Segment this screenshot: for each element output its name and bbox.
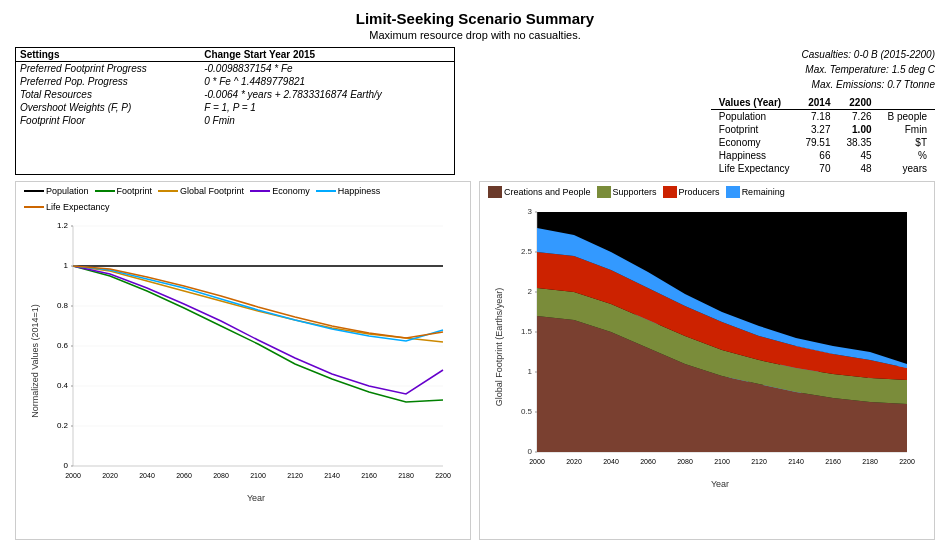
right-chart: Creations and People Supporters Producer… [479,181,935,540]
svg-text:0.6: 0.6 [57,341,69,350]
settings-row-3: Overshoot Weights (F, P) F = 1, P = 1 [16,101,454,114]
svg-text:2100: 2100 [714,458,730,465]
settings-row-0-col1: Preferred Footprint Progress [16,62,200,76]
legend-producers-color [663,186,677,198]
svg-text:2200: 2200 [899,458,915,465]
settings-row-4-col1: Footprint Floor [16,114,200,127]
legend-remaining-color [726,186,740,198]
svg-text:2000: 2000 [529,458,545,465]
legend-life-expectancy-label: Life Expectancy [46,202,110,212]
legend-global-footprint-color [158,190,178,192]
casualties: Casualties: 0-0 B (2015-2200) Max. Tempe… [802,47,935,92]
svg-text:0.2: 0.2 [57,421,69,430]
settings-row-3-col2: F = 1, P = 1 [200,101,454,114]
legend-population: Population [24,186,89,196]
values-header-name: Values (Year) [711,96,798,110]
top-section: Settings Change Start Year 2015 Preferre… [15,47,935,175]
casualties-line1: Casualties: 0-0 B (2015-2200) [802,47,935,62]
svg-text:2140: 2140 [788,458,804,465]
legend-happiness: Happiness [316,186,381,196]
svg-text:0.5: 0.5 [521,407,533,416]
legend-life-expectancy: Life Expectancy [24,202,110,212]
values-header-unit [880,96,935,110]
svg-text:2100: 2100 [250,472,266,479]
legend-footprint-label: Footprint [117,186,153,196]
legend-economy-color [250,190,270,192]
legend-producers: Producers [663,186,720,198]
values-row-life-expectancy: Life Expectancy 70 48 years [711,162,935,175]
casualties-line2: Max. Temperature: 1.5 deg C [802,62,935,77]
svg-text:2060: 2060 [640,458,656,465]
legend-global-footprint-label: Global Footprint [180,186,244,196]
svg-text:1.5: 1.5 [521,327,533,336]
svg-text:2040: 2040 [139,472,155,479]
page-subtitle: Maximum resource drop with no casualties… [15,29,935,41]
values-header-2200: 2200 [838,96,879,110]
settings-col2-header: Change Start Year 2015 [200,48,454,62]
global-footprint-line [73,266,443,342]
settings-row-4: Footprint Floor 0 Fmin [16,114,454,127]
settings-row-3-col1: Overshoot Weights (F, P) [16,101,200,114]
svg-text:2080: 2080 [677,458,693,465]
settings-table: Settings Change Start Year 2015 Preferre… [15,47,455,175]
values-row-economy: Economy 79.51 38.35 $T [711,136,935,149]
right-chart-svg: Global Footprint (Earths/year) Year 0 0.… [480,202,934,492]
svg-text:0: 0 [528,447,533,456]
svg-text:1.2: 1.2 [57,221,69,230]
svg-text:Year: Year [247,493,265,503]
svg-text:2020: 2020 [102,472,118,479]
values-header-2014: 2014 [797,96,838,110]
footprint-line [73,266,443,402]
svg-text:2180: 2180 [398,472,414,479]
svg-text:2040: 2040 [603,458,619,465]
legend-creations-color [488,186,502,198]
svg-text:0.8: 0.8 [57,301,69,310]
page-title: Limit-Seeking Scenario Summary [15,10,935,27]
settings-row-2-col1: Total Resources [16,88,200,101]
legend-economy: Economy [250,186,310,196]
legend-population-color [24,190,44,192]
values-table: Values (Year) 2014 2200 Population 7.18 … [711,96,935,175]
settings-row-1: Preferred Pop. Progress 0 * Fe ^ 1.44897… [16,75,454,88]
left-chart-legend: Population Footprint Global Footprint Ec… [16,182,470,216]
svg-text:2120: 2120 [751,458,767,465]
legend-producers-label: Producers [679,187,720,197]
svg-text:1: 1 [64,261,69,270]
svg-text:Year: Year [711,479,729,489]
legend-remaining: Remaining [726,186,785,198]
settings-row-2: Total Resources -0.0064 * years + 2.7833… [16,88,454,101]
left-chart-svg: Normalized Values (2014=1) Year 0 0.2 0.… [16,216,470,506]
values-section: Casualties: 0-0 B (2015-2200) Max. Tempe… [575,47,935,175]
legend-supporters-label: Supporters [613,187,657,197]
svg-text:2160: 2160 [361,472,377,479]
settings-row-1-col2: 0 * Fe ^ 1.4489779821 [200,75,454,88]
legend-creations: Creations and People [488,186,591,198]
legend-footprint: Footprint [95,186,153,196]
svg-text:2000: 2000 [65,472,81,479]
svg-text:2: 2 [528,287,533,296]
legend-population-label: Population [46,186,89,196]
economy-line [73,266,443,394]
legend-supporters-color [597,186,611,198]
svg-text:2160: 2160 [825,458,841,465]
values-row-footprint: Footprint 3.27 1.00 Fmin [711,123,935,136]
svg-text:Global Footprint (Earths/year): Global Footprint (Earths/year) [494,288,504,407]
svg-text:2060: 2060 [176,472,192,479]
settings-row-0-col2: -0.0098837154 * Fe [200,62,454,76]
svg-text:2.5: 2.5 [521,247,533,256]
right-chart-legend: Creations and People Supporters Producer… [480,182,934,202]
svg-text:0: 0 [64,461,69,470]
settings-row-1-col1: Preferred Pop. Progress [16,75,200,88]
svg-text:Normalized Values (2014=1): Normalized Values (2014=1) [30,304,40,418]
casualties-line3: Max. Emissions: 0.7 Ttonne [802,77,935,92]
legend-global-footprint: Global Footprint [158,186,244,196]
legend-remaining-label: Remaining [742,187,785,197]
settings-row-4-col2: 0 Fmin [200,114,454,127]
svg-text:0.4: 0.4 [57,381,69,390]
settings-col1-header: Settings [16,48,200,62]
svg-text:2140: 2140 [324,472,340,479]
legend-supporters: Supporters [597,186,657,198]
svg-text:2020: 2020 [566,458,582,465]
svg-text:2200: 2200 [435,472,451,479]
legend-happiness-label: Happiness [338,186,381,196]
